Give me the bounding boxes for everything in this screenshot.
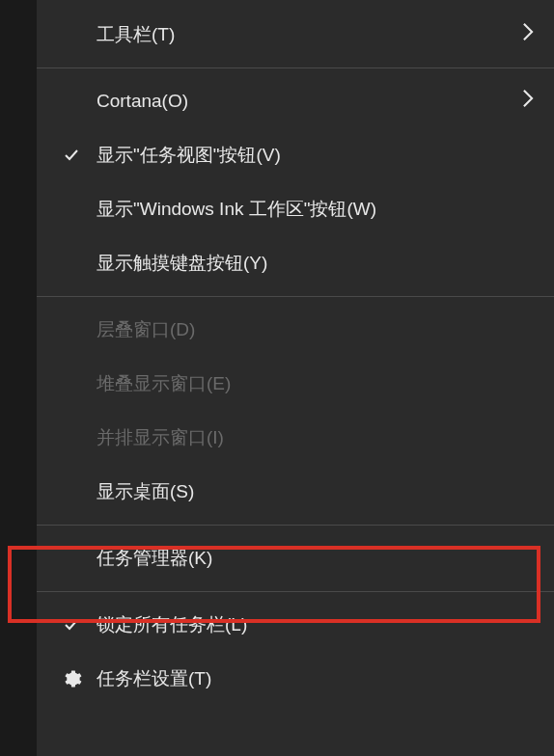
menu-item-label: 并排显示窗口(I) [97, 425, 224, 450]
menu-item-cortana[interactable]: Cortana(O) [37, 74, 554, 128]
menu-item-label: 显示"任务视图"按钮(V) [97, 143, 281, 168]
menu-item-stacked-windows: 堆叠显示窗口(E) [37, 357, 554, 411]
check-icon [58, 146, 85, 165]
menu-item-touch-keyboard[interactable]: 显示触摸键盘按钮(Y) [37, 236, 554, 290]
menu-item-label: 工具栏(T) [97, 22, 175, 47]
taskbar-context-menu: 工具栏(T) Cortana(O) 显示"任务视图"按钮(V) 显示"Windo… [37, 0, 554, 756]
menu-item-label: Cortana(O) [97, 91, 188, 112]
menu-item-label: 堆叠显示窗口(E) [97, 371, 231, 396]
menu-separator [37, 525, 554, 526]
menu-item-label: 锁定所有任务栏(L) [97, 612, 247, 637]
gear-icon [58, 668, 85, 689]
menu-item-windows-ink[interactable]: 显示"Windows Ink 工作区"按钮(W) [37, 182, 554, 236]
menu-item-label: 显示触摸键盘按钮(Y) [97, 251, 267, 276]
chevron-right-icon [521, 21, 535, 48]
menu-item-lock-taskbar[interactable]: 锁定所有任务栏(L) [37, 598, 554, 652]
menu-separator [37, 296, 554, 297]
menu-item-label: 任务管理器(K) [97, 546, 212, 571]
menu-separator [37, 68, 554, 68]
menu-item-task-manager[interactable]: 任务管理器(K) [37, 531, 554, 585]
menu-item-label: 显示"Windows Ink 工作区"按钮(W) [97, 197, 376, 222]
menu-item-toolbars[interactable]: 工具栏(T) [37, 8, 554, 62]
menu-item-label: 层叠窗口(D) [97, 317, 195, 342]
menu-item-taskbar-settings[interactable]: 任务栏设置(T) [37, 652, 554, 706]
menu-item-cascade-windows: 层叠窗口(D) [37, 303, 554, 357]
menu-item-task-view[interactable]: 显示"任务视图"按钮(V) [37, 128, 554, 182]
menu-item-label: 任务栏设置(T) [97, 666, 211, 691]
check-icon [58, 615, 85, 634]
menu-separator [37, 591, 554, 592]
menu-item-side-by-side: 并排显示窗口(I) [37, 411, 554, 465]
menu-item-show-desktop[interactable]: 显示桌面(S) [37, 465, 554, 519]
chevron-right-icon [521, 88, 535, 115]
menu-item-label: 显示桌面(S) [97, 479, 194, 504]
